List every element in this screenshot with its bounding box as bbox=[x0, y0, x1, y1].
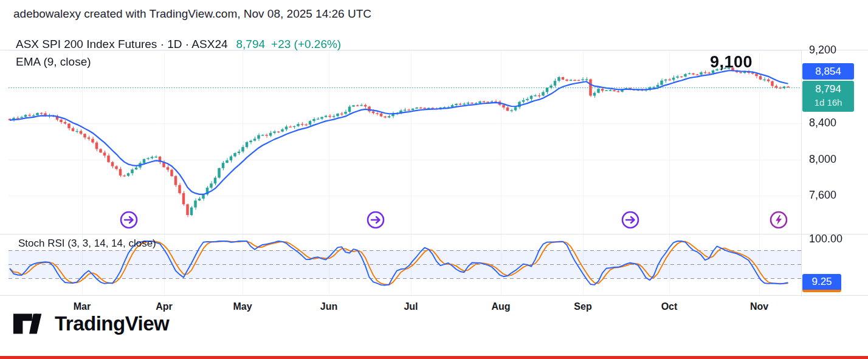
time-axis-label-jul: Jul bbox=[404, 301, 418, 312]
time-axis-label-nov: Nov bbox=[750, 301, 768, 312]
time-axis-label-apr: Apr bbox=[156, 301, 173, 312]
tradingview-snapshot: adebowalexy created with TradingView.com… bbox=[0, 0, 868, 359]
arrow-right-circle-icon[interactable] bbox=[119, 210, 139, 230]
price-annotation: 9,100 bbox=[710, 53, 753, 72]
time-axis-label-mar: Mar bbox=[74, 301, 91, 312]
arrow-right-circle-icon[interactable] bbox=[621, 210, 640, 230]
ema-indicator-label: EMA (9, close) bbox=[16, 55, 91, 68]
price-change-value: +23 (+0.26%) bbox=[271, 38, 341, 50]
symbol-title: ASX SPI 200 Index Futures · 1D · ASX24 bbox=[16, 38, 228, 50]
brand-name: TradingView bbox=[55, 312, 169, 335]
stoch-value-badge: 9.25 bbox=[802, 274, 841, 292]
ema-legend-row[interactable]: EMA (9, close) bbox=[16, 53, 341, 70]
symbol-legend-row[interactable]: ASX SPI 200 Index Futures · 1D · ASX248,… bbox=[16, 35, 341, 53]
price-axis-label: 9,200 bbox=[809, 44, 860, 56]
tradingview-logo-icon bbox=[12, 312, 47, 335]
time-axis-label-aug: Aug bbox=[491, 301, 510, 312]
time-axis-label-may: May bbox=[233, 301, 252, 312]
price-axis-label: 7,600 bbox=[809, 189, 860, 202]
bottom-accent-bar bbox=[0, 356, 868, 359]
last-price-badge-value: 8,794 bbox=[802, 82, 854, 97]
last-price-value: 8,794 bbox=[236, 38, 266, 50]
bar-countdown: 1d 16h bbox=[802, 97, 854, 109]
stoch-axis-top-label: 100.00 bbox=[809, 233, 842, 245]
price-axis-label: 8,000 bbox=[809, 153, 860, 166]
lightning-circle-icon[interactable] bbox=[769, 210, 788, 230]
ema-value-badge: 8,854 bbox=[802, 63, 854, 80]
chart-legend: ASX SPI 200 Index Futures · 1D · ASX248,… bbox=[16, 35, 341, 70]
price-axis-label: 8,400 bbox=[809, 117, 860, 129]
time-axis-label-sep: Sep bbox=[574, 301, 591, 312]
stoch-indicator-label[interactable]: Stoch RSI (3, 3, 14, 14, close) bbox=[18, 238, 156, 250]
time-axis-label-jun: Jun bbox=[320, 301, 337, 312]
footer-brand[interactable]: TradingView bbox=[12, 312, 169, 335]
arrow-right-circle-icon[interactable] bbox=[366, 210, 385, 230]
last-price-badge: 8,794 1d 16h bbox=[802, 81, 854, 112]
chart-area: ASX SPI 200 Index Futures · 1D · ASX248,… bbox=[0, 24, 868, 296]
time-axis-label-oct: Oct bbox=[661, 301, 678, 312]
attribution-text: adebowalexy created with TradingView.com… bbox=[13, 7, 371, 21]
